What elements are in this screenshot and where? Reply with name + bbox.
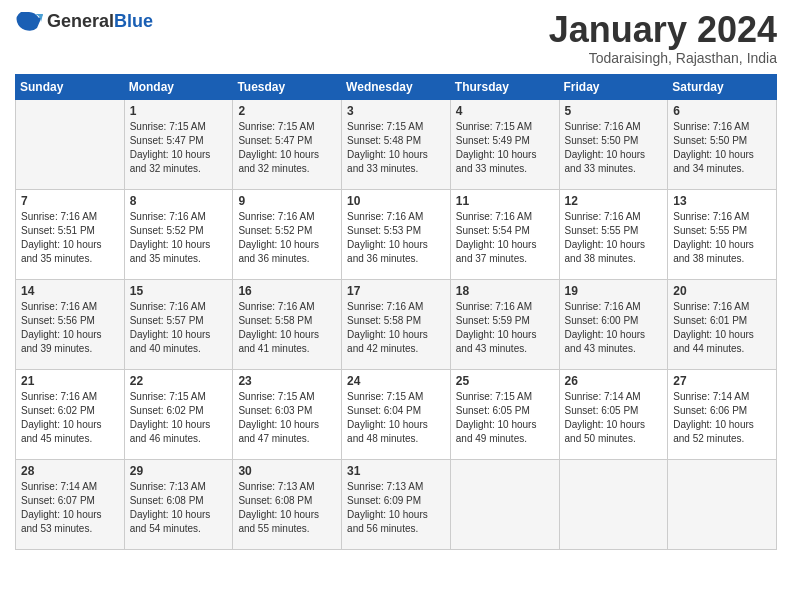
day-number: 5 bbox=[565, 104, 663, 118]
day-cell: 8Sunrise: 7:16 AMSunset: 5:52 PMDaylight… bbox=[124, 189, 233, 279]
day-info: Sunrise: 7:16 AMSunset: 5:56 PMDaylight:… bbox=[21, 301, 102, 354]
day-cell: 24Sunrise: 7:15 AMSunset: 6:04 PMDayligh… bbox=[342, 369, 451, 459]
location: Todaraisingh, Rajasthan, India bbox=[549, 50, 777, 66]
day-cell: 4Sunrise: 7:15 AMSunset: 5:49 PMDaylight… bbox=[450, 99, 559, 189]
header-saturday: Saturday bbox=[668, 74, 777, 99]
day-cell: 17Sunrise: 7:16 AMSunset: 5:58 PMDayligh… bbox=[342, 279, 451, 369]
day-info: Sunrise: 7:14 AMSunset: 6:05 PMDaylight:… bbox=[565, 391, 646, 444]
day-number: 2 bbox=[238, 104, 336, 118]
logo-blue: Blue bbox=[114, 11, 153, 31]
day-number: 8 bbox=[130, 194, 228, 208]
calendar-body: 1Sunrise: 7:15 AMSunset: 5:47 PMDaylight… bbox=[16, 99, 777, 549]
day-number: 9 bbox=[238, 194, 336, 208]
day-cell bbox=[559, 459, 668, 549]
day-info: Sunrise: 7:16 AMSunset: 5:52 PMDaylight:… bbox=[238, 211, 319, 264]
day-info: Sunrise: 7:15 AMSunset: 6:02 PMDaylight:… bbox=[130, 391, 211, 444]
calendar-table: SundayMondayTuesdayWednesdayThursdayFrid… bbox=[15, 74, 777, 550]
day-cell: 2Sunrise: 7:15 AMSunset: 5:47 PMDaylight… bbox=[233, 99, 342, 189]
page-header: GeneralBlue January 2024 Todaraisingh, R… bbox=[15, 10, 777, 66]
day-info: Sunrise: 7:16 AMSunset: 6:01 PMDaylight:… bbox=[673, 301, 754, 354]
day-number: 25 bbox=[456, 374, 554, 388]
day-cell: 3Sunrise: 7:15 AMSunset: 5:48 PMDaylight… bbox=[342, 99, 451, 189]
day-number: 7 bbox=[21, 194, 119, 208]
day-cell: 6Sunrise: 7:16 AMSunset: 5:50 PMDaylight… bbox=[668, 99, 777, 189]
header-thursday: Thursday bbox=[450, 74, 559, 99]
logo-text: GeneralBlue bbox=[47, 11, 153, 32]
day-number: 26 bbox=[565, 374, 663, 388]
day-number: 3 bbox=[347, 104, 445, 118]
day-number: 17 bbox=[347, 284, 445, 298]
day-cell: 21Sunrise: 7:16 AMSunset: 6:02 PMDayligh… bbox=[16, 369, 125, 459]
day-cell: 15Sunrise: 7:16 AMSunset: 5:57 PMDayligh… bbox=[124, 279, 233, 369]
logo-icon bbox=[15, 10, 43, 32]
day-info: Sunrise: 7:16 AMSunset: 5:58 PMDaylight:… bbox=[347, 301, 428, 354]
calendar-header-row: SundayMondayTuesdayWednesdayThursdayFrid… bbox=[16, 74, 777, 99]
day-info: Sunrise: 7:15 AMSunset: 5:49 PMDaylight:… bbox=[456, 121, 537, 174]
day-cell: 11Sunrise: 7:16 AMSunset: 5:54 PMDayligh… bbox=[450, 189, 559, 279]
day-number: 31 bbox=[347, 464, 445, 478]
day-cell: 30Sunrise: 7:13 AMSunset: 6:08 PMDayligh… bbox=[233, 459, 342, 549]
day-cell: 23Sunrise: 7:15 AMSunset: 6:03 PMDayligh… bbox=[233, 369, 342, 459]
day-info: Sunrise: 7:16 AMSunset: 5:55 PMDaylight:… bbox=[673, 211, 754, 264]
header-wednesday: Wednesday bbox=[342, 74, 451, 99]
day-number: 28 bbox=[21, 464, 119, 478]
day-info: Sunrise: 7:16 AMSunset: 5:50 PMDaylight:… bbox=[673, 121, 754, 174]
day-cell: 7Sunrise: 7:16 AMSunset: 5:51 PMDaylight… bbox=[16, 189, 125, 279]
day-cell bbox=[16, 99, 125, 189]
day-number: 29 bbox=[130, 464, 228, 478]
day-info: Sunrise: 7:15 AMSunset: 6:04 PMDaylight:… bbox=[347, 391, 428, 444]
day-number: 18 bbox=[456, 284, 554, 298]
day-cell: 25Sunrise: 7:15 AMSunset: 6:05 PMDayligh… bbox=[450, 369, 559, 459]
header-tuesday: Tuesday bbox=[233, 74, 342, 99]
week-row-4: 21Sunrise: 7:16 AMSunset: 6:02 PMDayligh… bbox=[16, 369, 777, 459]
day-number: 4 bbox=[456, 104, 554, 118]
logo-general: General bbox=[47, 11, 114, 31]
week-row-1: 1Sunrise: 7:15 AMSunset: 5:47 PMDaylight… bbox=[16, 99, 777, 189]
day-number: 14 bbox=[21, 284, 119, 298]
day-cell: 5Sunrise: 7:16 AMSunset: 5:50 PMDaylight… bbox=[559, 99, 668, 189]
day-info: Sunrise: 7:16 AMSunset: 6:02 PMDaylight:… bbox=[21, 391, 102, 444]
day-cell: 1Sunrise: 7:15 AMSunset: 5:47 PMDaylight… bbox=[124, 99, 233, 189]
day-number: 24 bbox=[347, 374, 445, 388]
day-info: Sunrise: 7:16 AMSunset: 5:51 PMDaylight:… bbox=[21, 211, 102, 264]
day-info: Sunrise: 7:16 AMSunset: 5:53 PMDaylight:… bbox=[347, 211, 428, 264]
day-number: 12 bbox=[565, 194, 663, 208]
header-monday: Monday bbox=[124, 74, 233, 99]
day-number: 15 bbox=[130, 284, 228, 298]
month-title: January 2024 bbox=[549, 10, 777, 50]
day-cell: 26Sunrise: 7:14 AMSunset: 6:05 PMDayligh… bbox=[559, 369, 668, 459]
day-cell bbox=[450, 459, 559, 549]
day-info: Sunrise: 7:13 AMSunset: 6:09 PMDaylight:… bbox=[347, 481, 428, 534]
day-cell: 31Sunrise: 7:13 AMSunset: 6:09 PMDayligh… bbox=[342, 459, 451, 549]
day-cell: 9Sunrise: 7:16 AMSunset: 5:52 PMDaylight… bbox=[233, 189, 342, 279]
title-block: January 2024 Todaraisingh, Rajasthan, In… bbox=[549, 10, 777, 66]
day-cell: 16Sunrise: 7:16 AMSunset: 5:58 PMDayligh… bbox=[233, 279, 342, 369]
day-number: 20 bbox=[673, 284, 771, 298]
day-info: Sunrise: 7:16 AMSunset: 5:55 PMDaylight:… bbox=[565, 211, 646, 264]
day-info: Sunrise: 7:16 AMSunset: 6:00 PMDaylight:… bbox=[565, 301, 646, 354]
day-cell: 10Sunrise: 7:16 AMSunset: 5:53 PMDayligh… bbox=[342, 189, 451, 279]
week-row-2: 7Sunrise: 7:16 AMSunset: 5:51 PMDaylight… bbox=[16, 189, 777, 279]
day-info: Sunrise: 7:15 AMSunset: 5:48 PMDaylight:… bbox=[347, 121, 428, 174]
day-number: 13 bbox=[673, 194, 771, 208]
week-row-5: 28Sunrise: 7:14 AMSunset: 6:07 PMDayligh… bbox=[16, 459, 777, 549]
day-info: Sunrise: 7:16 AMSunset: 5:58 PMDaylight:… bbox=[238, 301, 319, 354]
day-info: Sunrise: 7:13 AMSunset: 6:08 PMDaylight:… bbox=[238, 481, 319, 534]
day-number: 6 bbox=[673, 104, 771, 118]
header-sunday: Sunday bbox=[16, 74, 125, 99]
day-number: 23 bbox=[238, 374, 336, 388]
day-number: 22 bbox=[130, 374, 228, 388]
week-row-3: 14Sunrise: 7:16 AMSunset: 5:56 PMDayligh… bbox=[16, 279, 777, 369]
day-cell: 18Sunrise: 7:16 AMSunset: 5:59 PMDayligh… bbox=[450, 279, 559, 369]
day-cell: 27Sunrise: 7:14 AMSunset: 6:06 PMDayligh… bbox=[668, 369, 777, 459]
header-friday: Friday bbox=[559, 74, 668, 99]
day-cell: 22Sunrise: 7:15 AMSunset: 6:02 PMDayligh… bbox=[124, 369, 233, 459]
day-number: 1 bbox=[130, 104, 228, 118]
day-number: 30 bbox=[238, 464, 336, 478]
day-number: 21 bbox=[21, 374, 119, 388]
day-info: Sunrise: 7:15 AMSunset: 5:47 PMDaylight:… bbox=[238, 121, 319, 174]
day-cell: 29Sunrise: 7:13 AMSunset: 6:08 PMDayligh… bbox=[124, 459, 233, 549]
day-info: Sunrise: 7:16 AMSunset: 5:57 PMDaylight:… bbox=[130, 301, 211, 354]
day-info: Sunrise: 7:16 AMSunset: 5:54 PMDaylight:… bbox=[456, 211, 537, 264]
day-info: Sunrise: 7:15 AMSunset: 6:05 PMDaylight:… bbox=[456, 391, 537, 444]
